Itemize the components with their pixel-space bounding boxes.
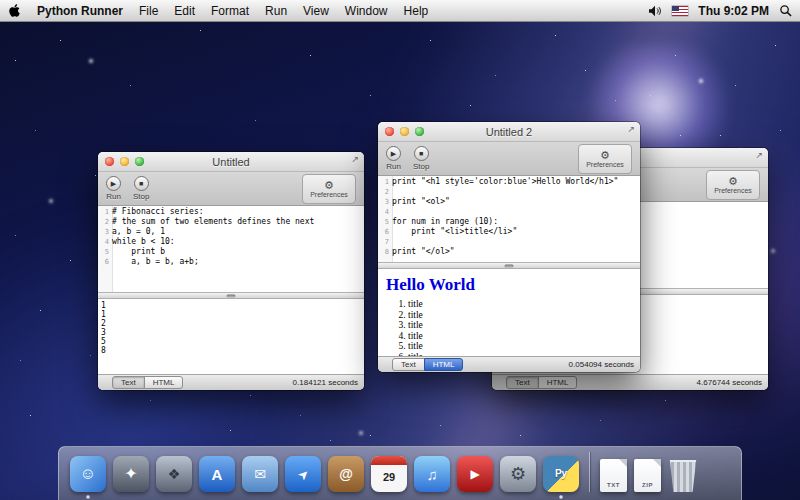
titlebar[interactable]: Untitled 2 ↗ — [378, 122, 640, 142]
text-view-button[interactable]: Text — [506, 376, 539, 389]
list-item: title — [408, 331, 640, 342]
zip-file-icon[interactable]: ZIP — [634, 459, 661, 492]
minimize-button[interactable] — [120, 157, 129, 166]
apple-menu-icon[interactable] — [8, 3, 21, 18]
stop-icon: ■ — [134, 176, 149, 191]
output-line: 1 — [101, 301, 361, 310]
menu-help[interactable]: Help — [404, 4, 429, 18]
itunes-icon[interactable]: ♫ — [414, 456, 450, 492]
address-book-icon[interactable]: @ — [328, 456, 364, 492]
txt-file-icon[interactable]: TXT — [600, 459, 627, 492]
preferences-button[interactable]: ⚙ Preferences — [706, 170, 760, 200]
spotlight-icon[interactable] — [779, 4, 792, 17]
titlebar[interactable]: Untitled ↗ — [98, 152, 364, 172]
html-view-button[interactable]: HTML — [424, 358, 464, 371]
text-view-button[interactable]: Text — [112, 376, 145, 389]
code-line: 2 — [378, 187, 640, 197]
stop-button[interactable]: ■ Stop — [413, 146, 429, 171]
list-item: title — [408, 299, 640, 310]
code-line: 5 print b — [98, 247, 364, 257]
mail-icon[interactable]: ✉ — [242, 456, 278, 492]
html-view-button[interactable]: HTML — [144, 376, 184, 389]
code-editor[interactable]: 1print "<h1 style='color:blue'>Hello Wor… — [378, 176, 640, 262]
run-button[interactable]: ▶ Run — [106, 176, 121, 201]
code-line: 8print "</ol>" — [378, 247, 640, 257]
output-line: 1 — [101, 310, 361, 319]
menu-view[interactable]: View — [303, 4, 329, 18]
menu-file[interactable]: File — [139, 4, 158, 18]
zoom-button[interactable] — [135, 157, 144, 166]
pane-splitter[interactable] — [98, 292, 364, 299]
system-preferences-icon[interactable]: ⚙ — [500, 456, 536, 492]
fullscreen-icon[interactable]: ↗ — [627, 125, 635, 134]
elapsed-time: 0.054094 seconds — [569, 360, 634, 369]
output-line: 8 — [101, 346, 361, 355]
mission-control-icon[interactable]: ❖ — [156, 456, 192, 492]
output-pane: 1 1 2 3 5 8 — [98, 299, 364, 374]
zoom-button[interactable] — [415, 127, 424, 136]
list-item: title — [408, 310, 640, 321]
status-bar: Text HTML 0.054094 seconds — [378, 356, 640, 372]
close-button[interactable] — [385, 127, 394, 136]
preferences-button[interactable]: ⚙ Preferences — [302, 174, 356, 204]
output-line: 2 — [101, 319, 361, 328]
play-icon: ▶ — [106, 176, 121, 191]
elapsed-time: 4.676744 seconds — [697, 378, 762, 387]
menu-format[interactable]: Format — [211, 4, 249, 18]
code-line: 6 a, b = b, a+b; — [98, 257, 364, 267]
dock: ☺ ✦ ❖ A ✉ ➤ @ 29 ♫ ▶ ⚙ Py TXT ZIP — [58, 446, 742, 500]
pane-splitter[interactable] — [378, 262, 640, 269]
status-bar: Text HTML 4.676744 seconds — [492, 374, 768, 390]
run-button[interactable]: ▶ Run — [386, 146, 401, 171]
code-line: 4 — [378, 207, 640, 217]
code-line: 1# Fibonacci series: — [98, 207, 364, 217]
code-line: 4while b < 10: — [98, 237, 364, 247]
toolbar: ▶ Run ■ Stop ⚙ Preferences — [98, 172, 364, 206]
code-line: 5for num in range (10): — [378, 217, 640, 227]
fullscreen-icon[interactable]: ↗ — [351, 155, 359, 164]
preferences-button[interactable]: ⚙ Preferences — [578, 144, 632, 174]
fullscreen-icon[interactable]: ↗ — [755, 151, 763, 160]
menu-bar: Python Runner File Edit Format Run View … — [0, 0, 800, 22]
stop-button[interactable]: ■ Stop — [133, 176, 149, 201]
window-title: Untitled — [212, 156, 249, 168]
rendered-heading: Hello World — [386, 275, 640, 295]
window-untitled-2: Untitled 2 ↗ ▶ Run ■ Stop ⚙ Preferences … — [378, 122, 640, 372]
finder-icon[interactable]: ☺ — [70, 456, 106, 492]
code-line: 3print "<ol>" — [378, 197, 640, 207]
output-line: 3 — [101, 328, 361, 337]
volume-icon[interactable] — [648, 5, 662, 17]
close-button[interactable] — [105, 157, 114, 166]
python-runner-icon[interactable]: Py — [543, 456, 579, 492]
menu-edit[interactable]: Edit — [174, 4, 195, 18]
safari-icon[interactable]: ➤ — [285, 456, 321, 492]
code-line: 1print "<h1 style='color:blue'>Hello Wor… — [378, 177, 640, 187]
code-line: 7 — [378, 237, 640, 247]
window-title: Untitled 2 — [486, 126, 532, 138]
trash-icon[interactable] — [668, 460, 698, 492]
code-line: 3a, b = 0, 1 — [98, 227, 364, 237]
html-output-pane: Hello World title title title title titl… — [378, 269, 640, 356]
html-view-button[interactable]: HTML — [538, 376, 578, 389]
rendered-ordered-list: title title title title title title — [378, 299, 640, 356]
play-icon: ▶ — [386, 146, 401, 161]
front-row-icon[interactable]: ▶ — [457, 456, 493, 492]
list-item: title — [408, 320, 640, 331]
app-store-icon[interactable]: A — [199, 456, 235, 492]
app-menu[interactable]: Python Runner — [37, 4, 123, 18]
menu-window[interactable]: Window — [345, 4, 388, 18]
preferences-icon: ⚙ — [600, 150, 610, 161]
minimize-button[interactable] — [400, 127, 409, 136]
ical-icon[interactable]: 29 — [371, 456, 407, 492]
code-editor[interactable]: 1# Fibonacci series: 2# the sum of two e… — [98, 206, 364, 292]
toolbar: ▶ Run ■ Stop ⚙ Preferences — [378, 142, 640, 176]
window-untitled: Untitled ↗ ▶ Run ■ Stop ⚙ Preferences 1#… — [98, 152, 364, 390]
text-view-button[interactable]: Text — [392, 358, 425, 371]
input-language-flag-icon[interactable] — [672, 6, 688, 16]
list-item: title — [408, 341, 640, 352]
preferences-icon: ⚙ — [324, 180, 334, 191]
menu-clock[interactable]: Thu 9:02 PM — [698, 4, 769, 18]
launchpad-icon[interactable]: ✦ — [113, 456, 149, 492]
output-line: 5 — [101, 337, 361, 346]
menu-run[interactable]: Run — [265, 4, 287, 18]
